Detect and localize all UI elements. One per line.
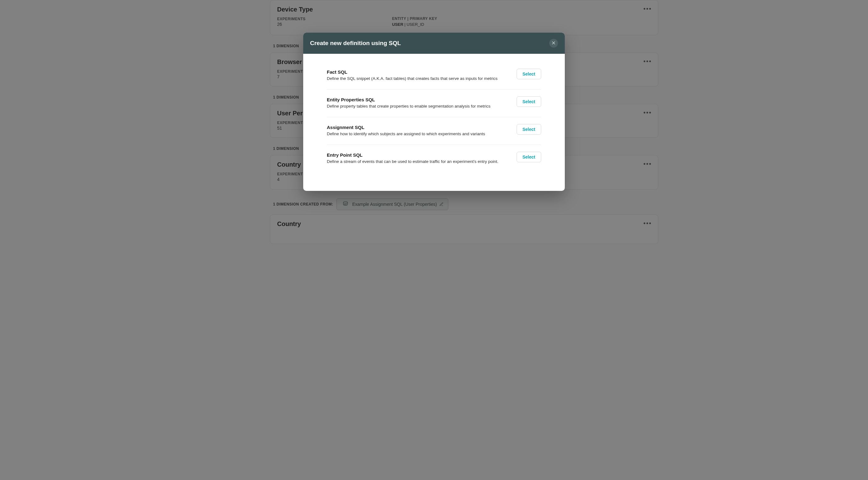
select-button[interactable]: Select (517, 96, 541, 107)
definition-option-assignment-sql: Assignment SQL Define how to identify wh… (327, 117, 541, 145)
option-title: Assignment SQL (327, 125, 510, 130)
close-button[interactable] (549, 39, 558, 48)
close-icon (552, 41, 556, 46)
modal-overlay: Create new definition using SQL Fact SQL… (0, 0, 868, 244)
modal-title: Create new definition using SQL (310, 40, 401, 47)
option-title: Fact SQL (327, 69, 510, 74)
modal-header: Create new definition using SQL (303, 33, 565, 54)
definition-option-fact-sql: Fact SQL Define the SQL snippet (A.K.A. … (327, 69, 541, 90)
option-desc: Define property tables that create prope… (327, 103, 510, 110)
option-desc: Define how to identify which subjects ar… (327, 131, 510, 137)
definition-option-entry-point-sql: Entry Point SQL Define a stream of event… (327, 145, 541, 172)
definition-option-entity-properties-sql: Entity Properties SQL Define property ta… (327, 90, 541, 117)
select-button[interactable]: Select (517, 69, 541, 79)
option-title: Entity Properties SQL (327, 97, 510, 102)
create-definition-modal: Create new definition using SQL Fact SQL… (303, 33, 565, 191)
option-desc: Define the SQL snippet (A.K.A. fact tabl… (327, 76, 510, 82)
select-button[interactable]: Select (517, 124, 541, 134)
option-desc: Define a stream of events that can be us… (327, 159, 510, 165)
select-button[interactable]: Select (517, 152, 541, 162)
option-title: Entry Point SQL (327, 152, 510, 158)
